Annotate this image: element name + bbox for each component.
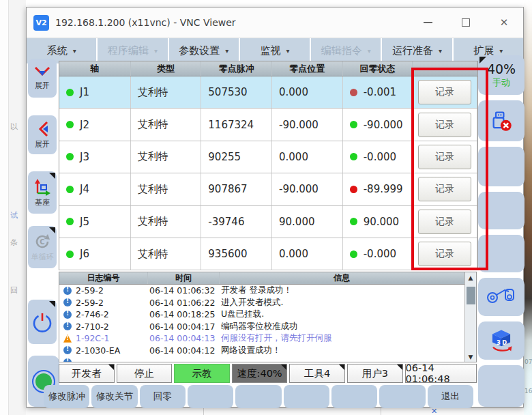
axis-table: 轴 类型 零点脉冲 零点位置 回零状态 J1 艾利特 507530 xyxy=(59,61,478,270)
log-scrollbar[interactable] xyxy=(464,272,476,362)
function-button[interactable] xyxy=(235,385,281,408)
function-button[interactable]: 退出 xyxy=(428,385,473,408)
title-bar[interactable]: V2 192.168.1.200 (x11vnc) - VNC Viewer xyxy=(27,8,523,38)
table-row[interactable]: J5 艾利特 -39746 90.000 90.000 记录 xyxy=(59,206,477,238)
menu-item[interactable]: 监视 ▾ xyxy=(240,38,310,63)
log-row[interactable] xyxy=(59,356,464,362)
speed-mode-button[interactable]: 40% 手动 xyxy=(478,55,524,95)
status-badge[interactable]: 用户3 xyxy=(347,364,403,383)
axis-name: J1 xyxy=(80,86,89,98)
status-badge-label: 速度:40% xyxy=(237,367,282,380)
status-badge-label: 示教 xyxy=(192,367,211,380)
power-button[interactable] xyxy=(28,300,57,344)
robot-view-button[interactable] xyxy=(478,278,524,316)
log-id-cell: 2-59-2 xyxy=(59,285,148,296)
log-row[interactable]: 2-59-2 06-14 01:06:22 进入开发者模式. xyxy=(59,297,464,309)
log-row[interactable]: 1-92C-1 06-14 00:04:13 伺服没有打开，请先打开伺服 xyxy=(59,332,464,345)
axis-enabled-dot xyxy=(66,153,74,160)
log-time-cell: 06-14 00:04:17 xyxy=(148,321,220,332)
status-badge[interactable]: 示教 xyxy=(174,364,230,383)
zero-pulse-cell: 935600 xyxy=(201,238,272,270)
function-button[interactable]: 修改脉冲 xyxy=(44,385,89,408)
menu-item[interactable]: 编辑指令 ▾ xyxy=(311,38,381,63)
zero-position-cell: -90.000 xyxy=(272,173,343,205)
function-button[interactable] xyxy=(379,385,425,408)
homing-status-cell: -90.000 xyxy=(343,109,413,140)
axis-cell: J4 xyxy=(59,173,131,205)
record-button[interactable]: 记录 xyxy=(418,145,471,169)
scroll-up-icon[interactable] xyxy=(469,272,473,283)
log-table-body: 2-59-2 06-14 01:06:32 开发者 登录成功！ 2-59-2 0… xyxy=(59,285,464,362)
double-chevron-down-icon xyxy=(33,66,51,79)
status-badge[interactable]: 工具4 xyxy=(289,364,345,383)
table-row[interactable]: J1 艾利特 507530 0.000 -0.001 记录 xyxy=(59,76,477,109)
zero-position-cell: -90.000 xyxy=(272,109,343,140)
blank-panel-button[interactable] xyxy=(478,192,524,229)
scrollbar-thumb[interactable] xyxy=(467,287,475,304)
minimize-button[interactable] xyxy=(409,8,447,38)
axis-enabled-dot xyxy=(66,121,74,128)
column-header-zero-pulse: 零点脉冲 xyxy=(201,61,272,76)
column-header-type: 类型 xyxy=(131,61,202,76)
table-row[interactable]: J6 艾利特 935600 0.000 -0.000 记录 xyxy=(59,238,477,270)
usb-disconnect-button[interactable] xyxy=(478,100,524,141)
menu-item[interactable]: 参数设置 ▾ xyxy=(169,38,239,63)
expand-left-button[interactable]: 展开 xyxy=(28,115,57,154)
type-cell: 艾利特 xyxy=(131,206,202,238)
function-button[interactable]: 修改关节 xyxy=(91,385,137,408)
log-row[interactable]: 2-59-2 06-14 01:06:32 开发者 登录成功！ xyxy=(59,285,464,297)
3d-cube-icon: 3 D xyxy=(488,328,514,353)
homing-status-value: -0.000 xyxy=(364,151,396,163)
corner-marker-icon xyxy=(108,364,114,370)
table-row[interactable]: J4 艾利特 907867 -90.000 -89.999 记录 xyxy=(59,173,477,205)
function-button[interactable] xyxy=(284,385,329,408)
column-header-message: 信息 xyxy=(220,272,464,284)
close-button[interactable] xyxy=(485,8,523,38)
close-icon xyxy=(500,16,509,29)
type-cell: 艾利特 xyxy=(131,76,202,108)
log-row[interactable]: 2-710-2 06-14 00:04:17 编码器零位校准成功 xyxy=(59,321,464,333)
function-button[interactable] xyxy=(188,385,233,408)
status-badge[interactable]: 停止 xyxy=(117,364,173,383)
scroll-down-icon[interactable] xyxy=(469,352,473,362)
record-button[interactable]: 记录 xyxy=(418,210,471,234)
base-frame-button[interactable]: 基座 xyxy=(28,171,57,214)
log-row[interactable]: 2-1030-EA 06-14 00:04:12 网络设置成功！ xyxy=(59,345,464,357)
menu-item[interactable]: 程序编辑 ▾ xyxy=(98,38,167,63)
log-row[interactable]: 2-746-2 06-14 00:18:25 U盘已挂载. xyxy=(59,309,464,321)
log-level-icon xyxy=(63,346,72,354)
log-id: 2-59-2 xyxy=(76,298,104,308)
table-row[interactable]: J3 艾利特 90255 0.000 -0.000 记录 xyxy=(59,141,477,173)
corner-marker-icon xyxy=(281,364,286,370)
status-badge[interactable]: 开发者 xyxy=(59,364,115,383)
desktop-background-left: 以 试 条 回 xyxy=(0,0,26,415)
menu-item-label: 编辑指令 xyxy=(321,44,362,57)
function-button[interactable]: 回零 xyxy=(140,385,186,408)
single-cycle-button[interactable]: C 单循环 xyxy=(28,226,57,268)
blank-panel-button[interactable] xyxy=(478,365,524,407)
3d-view-button[interactable]: 3 D xyxy=(478,321,524,360)
blank-panel-button[interactable] xyxy=(478,235,524,272)
menu-item[interactable]: 运行准备 ▾ xyxy=(382,38,452,63)
log-time-cell: 06-14 00:18:25 xyxy=(148,309,220,319)
record-button[interactable]: 记录 xyxy=(418,177,471,201)
homing-status-value: -89.999 xyxy=(364,183,403,195)
background-text-fragment: 07 xyxy=(524,358,532,365)
log-id-cell: 2-1030-EA xyxy=(59,345,148,356)
homing-status-cell: -0.001 xyxy=(343,76,413,108)
record-button[interactable]: 记录 xyxy=(418,80,471,104)
base-label: 基座 xyxy=(35,197,50,208)
expand-down-button[interactable]: 展开 xyxy=(28,59,57,98)
status-badge[interactable]: 06-14 01:06:48 xyxy=(405,364,477,383)
table-row[interactable]: J2 艾利特 1167324 -90.000 -90.000 记录 xyxy=(59,109,477,141)
homing-status-dot xyxy=(350,186,357,193)
record-button[interactable]: 记录 xyxy=(418,242,471,266)
scrollbar-track[interactable] xyxy=(465,283,476,352)
blank-panel-button[interactable] xyxy=(478,147,524,186)
single-cycle-label: 单循环 xyxy=(31,252,54,262)
maximize-button[interactable] xyxy=(447,8,485,38)
function-button[interactable] xyxy=(331,385,377,408)
record-button[interactable]: 记录 xyxy=(418,113,471,137)
status-badge[interactable]: 速度:40% xyxy=(232,364,288,383)
chevron-down-icon: ▾ xyxy=(368,47,371,55)
